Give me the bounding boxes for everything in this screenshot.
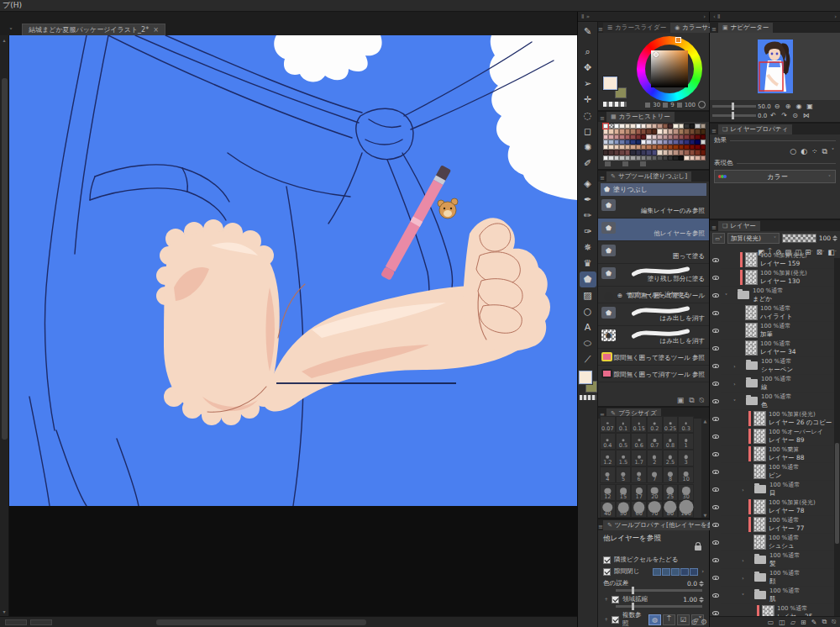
delete-layer-icon[interactable]: ⍉: [832, 618, 836, 626]
layer-row[interactable]: ˅100 %通常まどか: [710, 287, 834, 304]
layer-name[interactable]: 色: [761, 401, 791, 408]
foreground-color-swatch[interactable]: [579, 371, 592, 384]
new-folder-icon[interactable]: ▱: [790, 619, 795, 626]
new-vector-layer-icon[interactable]: ◫: [779, 619, 785, 626]
tab-close-icon[interactable]: ×: [153, 26, 159, 34]
layer-visibility-toggle[interactable]: [710, 593, 721, 598]
hand-tool[interactable]: ✥: [580, 60, 596, 76]
blend-mode-dropdown[interactable]: 加算(発光)˅: [727, 233, 780, 244]
collapse-icon[interactable]: ˅: [723, 292, 729, 298]
layer-row[interactable]: ›100 %通常髪: [710, 551, 834, 569]
layer-palette-mark[interactable]: [740, 305, 743, 320]
airbrush-tool[interactable]: ✵: [580, 240, 596, 256]
brush-size-cell[interactable]: 70: [647, 501, 663, 518]
panel-menu-icon[interactable]: ≡: [710, 224, 718, 231]
brush-size-cell[interactable]: 1: [678, 433, 694, 450]
layer-name[interactable]: シュシュ: [769, 542, 799, 550]
status-control[interactable]: [5, 619, 27, 625]
layer-row[interactable]: ›100 %通常線: [710, 375, 834, 393]
eyedropper-tool[interactable]: ✐: [580, 155, 596, 171]
brush-size-cell[interactable]: 0.25: [663, 416, 679, 433]
layer-name[interactable]: レイヤー 130: [760, 277, 807, 285]
tab-subtool[interactable]: ✎ サブツール[塗りつぶし]: [606, 171, 691, 182]
layer-name[interactable]: レイヤー 78: [769, 507, 816, 514]
layer-thumbnail[interactable]: [762, 605, 774, 616]
tab-chevron-icon[interactable]: ˅: [0, 28, 22, 35]
layer-palette-mark[interactable]: [748, 499, 751, 514]
brush-size-cell[interactable]: 17: [631, 484, 647, 501]
layer-palette-mark[interactable]: [732, 287, 734, 303]
panel-pin-icon[interactable]: ‹ Ⅱ: [713, 13, 720, 20]
expand-property-icon[interactable]: ＋: [603, 595, 608, 603]
extract-line-icon[interactable]: ⁘: [811, 147, 818, 156]
menubar-help-tail[interactable]: プ(H): [3, 0, 22, 11]
tone-effect-icon[interactable]: ◐: [801, 147, 807, 156]
border-effect-icon[interactable]: ○: [790, 147, 796, 156]
subtool-item[interactable]: ⬟編集レイヤーのみ参照: [598, 196, 709, 219]
layer-row-main[interactable]: 100 %通常レイヤー 77: [721, 516, 834, 534]
hue-cursor[interactable]: [675, 37, 681, 43]
brush-size-cell[interactable]: 100: [678, 501, 694, 518]
layer-row[interactable]: 100 %加算(発光)レイヤー 159: [710, 251, 834, 269]
subtool-item[interactable]: ⬟塗り残し部分に塗る: [598, 264, 709, 287]
brush-size-cell[interactable]: 8: [663, 466, 679, 483]
layer-visibility-toggle[interactable]: [710, 346, 721, 350]
layer-row[interactable]: 100 %通常ハイライト: [710, 304, 834, 322]
brush-tool[interactable]: ✑: [580, 224, 596, 240]
tab-color-history[interactable]: ▦ カラーヒストリー: [606, 112, 675, 122]
layer-palette-mark[interactable]: [748, 535, 751, 550]
layer-row[interactable]: 100 %通常ピン: [710, 463, 834, 481]
brush-size-cell[interactable]: 0.4: [600, 433, 616, 450]
checkbox-checked-icon[interactable]: [603, 568, 611, 576]
menubar[interactable]: プ(H): [0, 0, 840, 12]
layer-row[interactable]: 100 %通常レイヤー 34: [710, 340, 834, 357]
history-footer-icon[interactable]: [622, 161, 628, 166]
layer-visibility-toggle[interactable]: [710, 399, 721, 403]
layer-name[interactable]: レイヤー 26 のコピー 5: [769, 419, 832, 426]
layer-visibility-toggle[interactable]: [710, 611, 721, 615]
brush-size-cell[interactable]: 1.2: [600, 450, 616, 466]
layer-name[interactable]: 顔: [769, 577, 800, 585]
canvas-vertical-scrollbar[interactable]: ▴ ▾: [0, 35, 9, 616]
spinner-icon[interactable]: [699, 581, 704, 587]
figure-tool[interactable]: ○: [580, 303, 596, 319]
brush-size-cell[interactable]: 2.5: [663, 450, 679, 466]
layer-name[interactable]: レイヤー 88: [769, 454, 804, 461]
brush-size-cell[interactable]: 2: [647, 450, 663, 466]
subtool-item[interactable]: ⬟囲って塗る: [598, 241, 709, 264]
layer-visibility-toggle[interactable]: [710, 505, 721, 509]
layer-row[interactable]: ›100 %通常顔: [710, 569, 834, 587]
layer-name[interactable]: 肌: [769, 595, 800, 603]
layer-visibility-toggle[interactable]: [710, 311, 721, 315]
layer-name[interactable]: レイヤー 34: [760, 348, 795, 356]
checkbox-checked-icon[interactable]: [612, 616, 619, 624]
brush-size-cell[interactable]: 4: [600, 466, 616, 483]
duplicate-layer-icon[interactable]: ⧉: [822, 618, 827, 626]
layer-row-main[interactable]: 100 %通常加筆: [721, 322, 834, 340]
layer-row-main[interactable]: 100 %オーバーレイレイヤー 89: [721, 428, 834, 445]
layer-row-main[interactable]: ˅100 %通常まどか: [721, 287, 834, 304]
layer-palette-mark[interactable]: [748, 570, 751, 585]
document-tab[interactable]: 結城まどか夏服パッケージイラスト_2* ×: [22, 24, 165, 35]
layer-visibility-toggle[interactable]: [710, 487, 721, 492]
brush-size-cell[interactable]: 1.7: [631, 450, 647, 466]
spinner-icon[interactable]: [832, 235, 837, 241]
tab-tool-property[interactable]: ✎ ツールプロパティ[他レイヤーを参照]: [603, 520, 727, 530]
brush-size-cell[interactable]: 12: [600, 484, 616, 501]
auto-select-tool[interactable]: ✺: [580, 140, 596, 155]
subtool-item[interactable]: ⬟はみ出しを消す: [598, 303, 709, 326]
brush-size-cell[interactable]: 15: [616, 484, 632, 501]
layer-row-main[interactable]: ˅100 %通常肌: [721, 587, 834, 604]
gap-close-level-selector[interactable]: [653, 568, 698, 576]
brush-size-cell[interactable]: 5: [616, 466, 632, 483]
rotate-left-icon[interactable]: ↶: [769, 112, 778, 119]
rotate-reset-icon[interactable]: ⊙: [790, 112, 800, 119]
layer-row[interactable]: 100 %通常シュシュ: [710, 534, 834, 551]
subtool-group-header[interactable]: ⬟ 塗りつぶし: [601, 183, 706, 196]
layer-name[interactable]: 線: [761, 383, 791, 391]
toolstrip-color-swatches[interactable]: [579, 371, 597, 393]
color-margin-slider[interactable]: [616, 589, 702, 592]
subtool-item[interactable]: ⬟他レイヤーを参照: [598, 219, 709, 241]
layer-visibility-toggle[interactable]: [710, 523, 721, 527]
layer-thumbnail[interactable]: [745, 305, 758, 320]
